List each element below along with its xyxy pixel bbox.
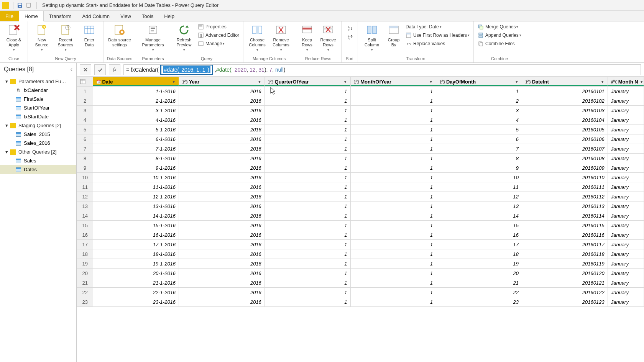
choose-columns-button[interactable]: Choose Columns▾ [246, 23, 269, 52]
table-row[interactable]: 1414-1-20162016111420160114January [77, 211, 644, 221]
recent-sources-button[interactable]: Recent Sources▾ [54, 23, 77, 52]
row-number-cell[interactable]: 2 [77, 96, 93, 106]
menu-tab-view[interactable]: View [115, 11, 136, 21]
column-header-quarterofyear[interactable]: 123QuarterOfYear▼ [264, 77, 350, 87]
cell[interactable]: 20160105 [522, 125, 608, 134]
table-row[interactable]: 1010-1-20162016111020160110January [77, 173, 644, 182]
qat-dropdown-icon[interactable] [25, 1, 33, 10]
query-item-sales[interactable]: Sales [0, 156, 76, 165]
cell[interactable]: January [608, 259, 644, 269]
manage-parameters-button[interactable]: Manage Parameters▾ [138, 23, 168, 52]
cell[interactable]: 11 [436, 182, 522, 192]
cell[interactable]: 20160117 [522, 240, 608, 249]
cell[interactable]: January [608, 192, 644, 201]
cell[interactable]: January [608, 173, 644, 182]
cell[interactable]: 7-1-2016 [93, 144, 179, 154]
cell[interactable]: 20160104 [522, 115, 608, 125]
new-source-button[interactable]: ★ New Source▾ [30, 23, 53, 52]
remove-rows-button[interactable]: Remove Rows▾ [317, 23, 339, 52]
query-group[interactable]: ▾Staging Queries [2] [0, 121, 76, 130]
cell[interactable]: 2016 [179, 201, 265, 211]
cell[interactable]: 1 [264, 106, 350, 115]
cell[interactable]: 15-1-2016 [93, 221, 179, 230]
cell[interactable]: 1 [350, 230, 436, 240]
cell[interactable]: 1 [264, 240, 350, 249]
table-row[interactable]: 2222-1-20162016112220160122January [77, 288, 644, 297]
cell[interactable]: 1 [264, 230, 350, 240]
cell[interactable]: January [608, 297, 644, 307]
cell[interactable]: 1 [264, 249, 350, 259]
table-row[interactable]: 1616-1-20162016111620160116January [77, 230, 644, 240]
cell[interactable]: 1 [350, 278, 436, 288]
row-number-cell[interactable]: 9 [77, 163, 93, 173]
cell[interactable]: January [608, 230, 644, 240]
cell[interactable]: 15 [436, 221, 522, 230]
cell[interactable]: 2016 [179, 230, 265, 240]
first-row-headers-button[interactable]: Use First Row as Headers ▾ [404, 31, 471, 39]
advanced-editor-button[interactable]: {}Advanced Editor [196, 31, 241, 39]
cell[interactable]: 2016 [179, 163, 265, 173]
cell[interactable]: January [608, 96, 644, 106]
split-column-button[interactable]: Split Column▾ [360, 23, 383, 52]
cell[interactable]: 1 [350, 115, 436, 125]
menu-tab-home[interactable]: Home [19, 11, 44, 21]
cell[interactable]: 1 [350, 125, 436, 134]
row-number-cell[interactable]: 5 [77, 125, 93, 134]
table-row[interactable]: 99-1-2016201611920160109January [77, 163, 644, 173]
row-number-cell[interactable]: 19 [77, 259, 93, 269]
cell[interactable]: 1 [264, 163, 350, 173]
cell[interactable]: 1 [264, 201, 350, 211]
cell[interactable]: 20160112 [522, 192, 608, 201]
cell[interactable]: January [608, 106, 644, 115]
cell[interactable]: 2016 [179, 221, 265, 230]
table-row[interactable]: 11-1-2016201611120160101January [77, 87, 644, 96]
data-type-button[interactable]: Data Type: Date ▾ [404, 23, 471, 31]
save-icon[interactable] [16, 1, 24, 10]
row-number-header[interactable] [77, 77, 93, 87]
row-number-cell[interactable]: 16 [77, 230, 93, 240]
cell[interactable]: 7 [436, 144, 522, 154]
menu-tab-transform[interactable]: Transform [44, 11, 77, 21]
table-row[interactable]: 33-1-2016201611320160103January [77, 106, 644, 115]
table-row[interactable]: 2020-1-20162016112020160120January [77, 269, 644, 278]
cell[interactable]: 2016 [179, 288, 265, 297]
cell[interactable]: 2016 [179, 106, 265, 115]
cell[interactable]: 1 [350, 106, 436, 115]
cell[interactable]: 20160107 [522, 144, 608, 154]
cell[interactable]: 1 [350, 259, 436, 269]
cell[interactable]: 1 [264, 144, 350, 154]
cell[interactable]: January [608, 115, 644, 125]
column-filter-icon[interactable]: ▼ [427, 80, 433, 84]
cell[interactable]: 2016 [179, 211, 265, 221]
cell[interactable]: 6-1-2016 [93, 134, 179, 144]
cell[interactable]: 8-1-2016 [93, 154, 179, 163]
column-header-monthofyear[interactable]: 123MonthOfYear▼ [350, 77, 436, 87]
cell[interactable]: 2016 [179, 115, 265, 125]
menu-tab-file[interactable]: File [0, 11, 19, 21]
cell[interactable]: 20160123 [522, 297, 608, 307]
cell[interactable]: 20160102 [522, 96, 608, 106]
cell[interactable]: January [608, 125, 644, 134]
table-row[interactable]: 44-1-2016201611420160104January [77, 115, 644, 125]
cell[interactable]: 22 [436, 288, 522, 297]
row-number-cell[interactable]: 14 [77, 211, 93, 221]
cell[interactable]: 19-1-2016 [93, 259, 179, 269]
row-number-cell[interactable]: 12 [77, 192, 93, 201]
column-filter-icon[interactable]: ▼ [170, 80, 176, 84]
cell[interactable]: 23-1-2016 [93, 297, 179, 307]
cell[interactable]: 1 [350, 144, 436, 154]
cell[interactable]: 16 [436, 230, 522, 240]
cell[interactable]: January [608, 144, 644, 154]
cell[interactable]: 9-1-2016 [93, 163, 179, 173]
cell[interactable]: 13 [436, 201, 522, 211]
query-item-fxcalendar[interactable]: fxfxCalendar [0, 86, 76, 95]
cell[interactable]: 20160103 [522, 106, 608, 115]
cell[interactable]: 2016 [179, 96, 265, 106]
row-number-cell[interactable]: 22 [77, 288, 93, 297]
enter-data-button[interactable]: Enter Data [78, 23, 101, 48]
cell[interactable]: 1 [350, 211, 436, 221]
cell[interactable]: January [608, 211, 644, 221]
cell[interactable]: 1 [264, 297, 350, 307]
query-item-fxstartdate[interactable]: fxStartDate [0, 112, 76, 121]
menu-tab-help[interactable]: Help [159, 11, 180, 21]
